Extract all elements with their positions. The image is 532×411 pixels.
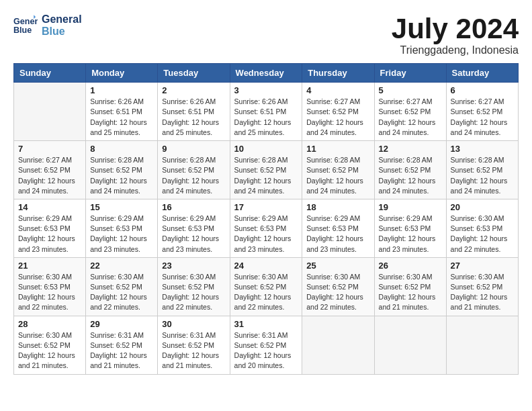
day-info: Sunrise: 6:27 AM Sunset: 6:52 PM Dayligh… — [451, 97, 514, 138]
week-row-5: 28Sunrise: 6:30 AM Sunset: 6:52 PM Dayli… — [14, 316, 519, 374]
day-info: Sunrise: 6:26 AM Sunset: 6:51 PM Dayligh… — [234, 97, 298, 138]
day-info: Sunrise: 6:30 AM Sunset: 6:52 PM Dayligh… — [90, 272, 153, 313]
calendar-cell: 10Sunrise: 6:28 AM Sunset: 6:52 PM Dayli… — [230, 141, 302, 199]
day-info: Sunrise: 6:27 AM Sunset: 6:52 PM Dayligh… — [18, 155, 81, 196]
week-row-1: 1Sunrise: 6:26 AM Sunset: 6:51 PM Daylig… — [14, 83, 519, 141]
day-number: 30 — [162, 319, 225, 329]
calendar-cell: 5Sunrise: 6:27 AM Sunset: 6:52 PM Daylig… — [374, 83, 446, 141]
calendar-cell — [374, 316, 446, 374]
day-info: Sunrise: 6:28 AM Sunset: 6:52 PM Dayligh… — [306, 155, 369, 196]
day-info: Sunrise: 6:30 AM Sunset: 6:52 PM Dayligh… — [379, 272, 442, 313]
calendar-cell: 28Sunrise: 6:30 AM Sunset: 6:52 PM Dayli… — [14, 316, 86, 374]
day-number: 23 — [162, 261, 225, 271]
calendar-cell: 24Sunrise: 6:30 AM Sunset: 6:52 PM Dayli… — [230, 257, 302, 316]
calendar-cell: 6Sunrise: 6:27 AM Sunset: 6:52 PM Daylig… — [446, 83, 518, 141]
day-number: 8 — [90, 144, 153, 154]
calendar-cell — [302, 316, 374, 374]
column-header-saturday: Saturday — [446, 64, 518, 83]
day-number: 19 — [379, 202, 442, 212]
day-number: 29 — [90, 319, 153, 329]
day-number: 10 — [234, 144, 298, 154]
day-info: Sunrise: 6:30 AM Sunset: 6:52 PM Dayligh… — [162, 272, 225, 313]
calendar-cell: 14Sunrise: 6:29 AM Sunset: 6:53 PM Dayli… — [14, 199, 86, 257]
day-number: 11 — [306, 144, 369, 154]
day-info: Sunrise: 6:28 AM Sunset: 6:52 PM Dayligh… — [451, 155, 514, 196]
day-info: Sunrise: 6:28 AM Sunset: 6:52 PM Dayligh… — [162, 155, 225, 196]
week-row-2: 7Sunrise: 6:27 AM Sunset: 6:52 PM Daylig… — [14, 141, 519, 199]
calendar-cell: 22Sunrise: 6:30 AM Sunset: 6:52 PM Dayli… — [86, 257, 158, 316]
day-number: 18 — [306, 202, 369, 212]
day-number: 9 — [162, 144, 225, 154]
column-header-friday: Friday — [374, 64, 446, 83]
week-row-3: 14Sunrise: 6:29 AM Sunset: 6:53 PM Dayli… — [14, 199, 519, 257]
day-number: 31 — [234, 319, 298, 329]
day-number: 24 — [234, 261, 298, 271]
calendar-cell: 26Sunrise: 6:30 AM Sunset: 6:52 PM Dayli… — [374, 257, 446, 316]
day-info: Sunrise: 6:29 AM Sunset: 6:53 PM Dayligh… — [90, 214, 153, 255]
svg-text:Blue: Blue — [13, 26, 32, 35]
calendar-cell: 25Sunrise: 6:30 AM Sunset: 6:52 PM Dayli… — [302, 257, 374, 316]
day-info: Sunrise: 6:29 AM Sunset: 6:53 PM Dayligh… — [162, 214, 225, 255]
day-info: Sunrise: 6:30 AM Sunset: 6:52 PM Dayligh… — [306, 272, 369, 313]
calendar-table: SundayMondayTuesdayWednesdayThursdayFrid… — [13, 63, 519, 374]
calendar-cell: 2Sunrise: 6:26 AM Sunset: 6:51 PM Daylig… — [158, 83, 230, 141]
column-header-wednesday: Wednesday — [230, 64, 302, 83]
day-info: Sunrise: 6:27 AM Sunset: 6:52 PM Dayligh… — [379, 97, 442, 138]
day-info: Sunrise: 6:31 AM Sunset: 6:52 PM Dayligh… — [90, 330, 153, 371]
day-number: 14 — [18, 202, 81, 212]
calendar-cell — [14, 83, 86, 141]
calendar-cell: 16Sunrise: 6:29 AM Sunset: 6:53 PM Dayli… — [158, 199, 230, 257]
calendar-cell: 11Sunrise: 6:28 AM Sunset: 6:52 PM Dayli… — [302, 141, 374, 199]
day-info: Sunrise: 6:30 AM Sunset: 6:52 PM Dayligh… — [451, 272, 514, 313]
page-header: General Blue General Blue July 2024 Trie… — [13, 13, 519, 56]
day-info: Sunrise: 6:28 AM Sunset: 6:52 PM Dayligh… — [379, 155, 442, 196]
calendar-body: 1Sunrise: 6:26 AM Sunset: 6:51 PM Daylig… — [14, 83, 519, 374]
calendar-cell: 18Sunrise: 6:29 AM Sunset: 6:53 PM Dayli… — [302, 199, 374, 257]
day-number: 13 — [451, 144, 514, 154]
location: Trienggadeng, Indonesia — [392, 44, 519, 56]
day-info: Sunrise: 6:30 AM Sunset: 6:53 PM Dayligh… — [451, 214, 514, 255]
day-info: Sunrise: 6:28 AM Sunset: 6:52 PM Dayligh… — [90, 155, 153, 196]
week-row-4: 21Sunrise: 6:30 AM Sunset: 6:53 PM Dayli… — [14, 257, 519, 316]
calendar-cell: 4Sunrise: 6:27 AM Sunset: 6:52 PM Daylig… — [302, 83, 374, 141]
day-number: 22 — [90, 261, 153, 271]
calendar-cell: 31Sunrise: 6:31 AM Sunset: 6:52 PM Dayli… — [230, 316, 302, 374]
day-number: 20 — [451, 202, 514, 212]
day-info: Sunrise: 6:28 AM Sunset: 6:52 PM Dayligh… — [234, 155, 298, 196]
day-number: 7 — [18, 144, 81, 154]
logo-icon: General Blue — [13, 13, 38, 38]
day-info: Sunrise: 6:26 AM Sunset: 6:51 PM Dayligh… — [90, 97, 153, 138]
day-number: 25 — [306, 261, 369, 271]
column-header-monday: Monday — [86, 64, 158, 83]
column-header-sunday: Sunday — [14, 64, 86, 83]
calendar-cell: 13Sunrise: 6:28 AM Sunset: 6:52 PM Dayli… — [446, 141, 518, 199]
day-number: 27 — [451, 261, 514, 271]
logo-line1: General — [42, 13, 82, 26]
day-number: 28 — [18, 319, 81, 329]
day-info: Sunrise: 6:27 AM Sunset: 6:52 PM Dayligh… — [306, 97, 369, 138]
calendar-cell: 19Sunrise: 6:29 AM Sunset: 6:53 PM Dayli… — [374, 199, 446, 257]
title-section: July 2024 Trienggadeng, Indonesia — [392, 13, 519, 56]
calendar-cell: 17Sunrise: 6:29 AM Sunset: 6:53 PM Dayli… — [230, 199, 302, 257]
day-info: Sunrise: 6:30 AM Sunset: 6:52 PM Dayligh… — [18, 330, 81, 371]
day-info: Sunrise: 6:29 AM Sunset: 6:53 PM Dayligh… — [234, 214, 298, 255]
day-number: 4 — [306, 85, 369, 95]
calendar-cell: 29Sunrise: 6:31 AM Sunset: 6:52 PM Dayli… — [86, 316, 158, 374]
day-info: Sunrise: 6:31 AM Sunset: 6:52 PM Dayligh… — [162, 330, 225, 371]
calendar-header-row: SundayMondayTuesdayWednesdayThursdayFrid… — [14, 64, 519, 83]
day-info: Sunrise: 6:26 AM Sunset: 6:51 PM Dayligh… — [162, 97, 225, 138]
calendar-cell: 1Sunrise: 6:26 AM Sunset: 6:51 PM Daylig… — [86, 83, 158, 141]
day-number: 17 — [234, 202, 298, 212]
day-number: 12 — [379, 144, 442, 154]
calendar-cell: 3Sunrise: 6:26 AM Sunset: 6:51 PM Daylig… — [230, 83, 302, 141]
calendar-cell: 7Sunrise: 6:27 AM Sunset: 6:52 PM Daylig… — [14, 141, 86, 199]
column-header-tuesday: Tuesday — [158, 64, 230, 83]
day-number: 5 — [379, 85, 442, 95]
logo-line2: Blue — [42, 26, 82, 38]
day-number: 3 — [234, 85, 298, 95]
calendar-cell: 20Sunrise: 6:30 AM Sunset: 6:53 PM Dayli… — [446, 199, 518, 257]
day-number: 26 — [379, 261, 442, 271]
day-number: 2 — [162, 85, 225, 95]
logo: General Blue General Blue — [13, 13, 82, 38]
day-info: Sunrise: 6:30 AM Sunset: 6:52 PM Dayligh… — [234, 272, 298, 313]
